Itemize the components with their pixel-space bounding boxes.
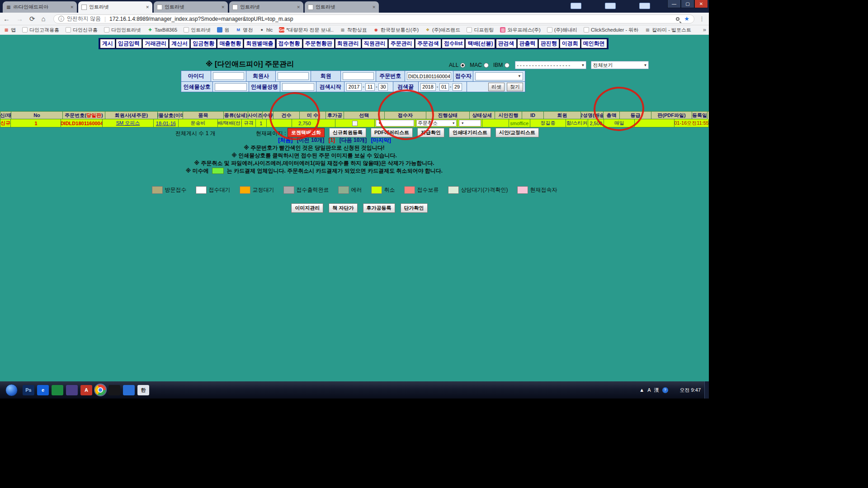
pagination-link[interactable]: [다음 10개] (340, 137, 367, 143)
bookmark-item[interactable]: ✚ TaxBill365 (147, 27, 177, 33)
bookmark-item[interactable]: ▦ 칼라미 - 빌포스트 (645, 27, 691, 33)
pagination-link[interactable]: [1] (329, 137, 335, 143)
taskbar-app-icon[interactable] (108, 385, 120, 395)
reset-button[interactable]: 리셋 (488, 83, 505, 91)
print-name-input[interactable] (282, 83, 314, 91)
bottom-button[interactable]: 책 자단가 (329, 203, 357, 213)
bookmark-item[interactable]: ◉ 한국정보통신(주) (373, 27, 419, 33)
nav-button[interactable]: 판검색 (496, 39, 517, 48)
end-year-input[interactable] (420, 83, 436, 91)
nav-button[interactable]: 접수현황 (276, 39, 302, 48)
nav-button[interactable]: 매출현황 (217, 39, 243, 48)
address-bar[interactable]: i 안전하지 않음 | 172.16.1.4:8989/manager_inde… (53, 14, 694, 23)
action-button[interactable]: 로젠택배전화 (288, 128, 325, 137)
end-month-input[interactable] (439, 83, 449, 91)
table-cell[interactable]: 운송비 (179, 119, 218, 127)
table-cell[interactable]: 신규 (0, 119, 11, 127)
tab-close-icon[interactable]: ✕ (221, 5, 225, 9)
taskbar-app-icon[interactable]: e (37, 385, 49, 395)
table-cell[interactable]: smoffice (509, 119, 530, 127)
home-icon[interactable]: ⌂ (42, 15, 46, 23)
taskbar-app-icon[interactable]: 한 (137, 385, 149, 395)
nav-button[interactable]: 입금입력 (116, 39, 142, 48)
action-button[interactable]: 신규회원등록 (329, 128, 366, 137)
nav-button[interactable]: 거래관리 (142, 39, 169, 48)
table-cell[interactable]: 주문취소 (415, 119, 458, 127)
start-day-input[interactable] (378, 83, 388, 91)
table-cell[interactable]: 매일 (604, 119, 635, 127)
start-button[interactable] (5, 384, 18, 396)
table-cell[interactable] (375, 119, 415, 127)
minimize-button[interactable]: — (667, 0, 681, 8)
nav-button[interactable]: 이경희 (560, 39, 580, 48)
action-button[interactable]: PDF에러리스트 (371, 128, 413, 137)
bookmark-item[interactable]: ▥ 와우프레스(주) (500, 27, 540, 33)
nav-button[interactable]: 직원관리 (362, 39, 388, 48)
table-cell[interactable]: 명함/스티커운 (566, 119, 588, 127)
browser-tab[interactable]: 인트라넷 ✕ (229, 1, 303, 13)
bottom-button[interactable]: 이미지관리 (291, 203, 323, 213)
table-cell[interactable] (635, 119, 675, 127)
nav-button[interactable]: 판진행 (538, 39, 559, 48)
menu-icon[interactable]: ⋮ (699, 15, 705, 22)
table-cell[interactable]: SM 오피스 (103, 119, 154, 127)
table-cell[interactable]: 택배/택배(선불) (218, 119, 242, 127)
show-desktop-button[interactable] (704, 381, 709, 399)
nav-button[interactable]: 입금현황 (190, 39, 217, 48)
table-cell[interactable] (482, 119, 509, 127)
action-button[interactable]: 시안/교정리스트 (495, 128, 539, 137)
bookmark-item[interactable]: 다인신규홈 (66, 27, 98, 33)
bookmark-item[interactable]: ▦ 앱 (4, 27, 16, 33)
pagination-link[interactable]: [마지막] (371, 137, 391, 143)
nav-button[interactable]: 판출력 (517, 39, 538, 48)
nav-button[interactable]: 주문관리 (388, 39, 415, 48)
member-input[interactable] (343, 72, 374, 80)
search-button[interactable]: 찾기 (507, 83, 523, 91)
taskbar-app-icon[interactable]: A (80, 385, 92, 395)
nav-button[interactable]: 계산서 (169, 39, 190, 48)
nav-button[interactable]: 회원관리 (335, 39, 361, 48)
start-year-input[interactable] (346, 83, 362, 91)
table-cell[interactable] (458, 119, 483, 127)
browser-tab[interactable]: ㈜다인애드피아 ✕ (3, 1, 77, 13)
tray-icon[interactable]: ▲ (639, 387, 644, 393)
reload-icon[interactable]: ⟳ (29, 15, 35, 23)
nav-button[interactable]: 메인화면 (581, 39, 607, 48)
table-cell[interactable] (318, 119, 335, 127)
platform-radio[interactable] (460, 63, 465, 68)
action-button[interactable]: 인쇄대기리스트 (449, 128, 491, 137)
bookmark-item[interactable]: M 명천 (236, 27, 253, 33)
taskbar-app-icon[interactable]: Ps (23, 385, 34, 395)
bookmark-item[interactable]: ▦ 착한상표 (340, 27, 367, 33)
taskbar-app-icon[interactable] (52, 385, 63, 395)
table-cell[interactable]: 2,750 (292, 119, 318, 127)
bookmarks-overflow-icon[interactable]: » (703, 26, 706, 33)
tab-close-icon[interactable]: ✕ (372, 5, 376, 9)
nav-button[interactable]: 회원별매출 (244, 39, 275, 48)
browser-tab[interactable]: 인트라넷 ✕ (154, 1, 228, 13)
tray-icon[interactable]: ? (662, 387, 668, 393)
bookmark-item[interactable]: 원 (217, 27, 229, 33)
table-cell[interactable] (335, 119, 375, 127)
forward-icon[interactable]: → (16, 15, 23, 23)
start-month-input[interactable] (365, 83, 375, 91)
company-input[interactable] (278, 72, 309, 80)
nav-button[interactable]: 주문현황판 (303, 39, 335, 48)
tray-icon[interactable]: 漢 (654, 387, 659, 394)
tray-icon[interactable]: A (647, 387, 651, 393)
table-cell[interactable]: 1 (11, 119, 61, 127)
nav-button[interactable]: 주문검색 (415, 39, 441, 48)
table-cell[interactable]: 정길종 (530, 119, 566, 127)
close-button[interactable]: ✕ (694, 0, 708, 8)
bookmark-item[interactable]: 인트라넷 (184, 27, 211, 33)
bottom-button[interactable]: 후가공등록 (363, 203, 395, 213)
tab-close-icon[interactable]: ✕ (70, 5, 74, 9)
nav-button[interactable]: 접수list (442, 39, 465, 48)
tab-close-icon[interactable]: ✕ (146, 5, 149, 9)
platform-radio[interactable] (505, 63, 509, 68)
browser-tab[interactable]: 인트라넷 ✕ (78, 1, 152, 13)
table-cell[interactable] (267, 119, 292, 127)
zoom-icon[interactable] (676, 17, 679, 21)
nav-button[interactable]: 게시 (100, 39, 115, 48)
receiver-select[interactable]: ▼ (475, 72, 523, 80)
